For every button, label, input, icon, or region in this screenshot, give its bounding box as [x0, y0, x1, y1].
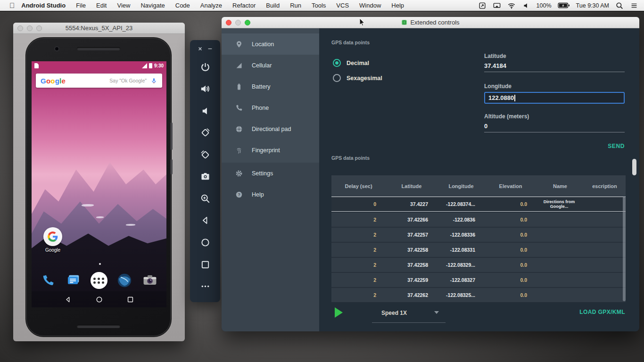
camera-app-icon[interactable]	[141, 272, 158, 289]
sync-icon[interactable]	[478, 1, 487, 10]
browser-icon[interactable]	[116, 272, 133, 289]
mic-icon[interactable]	[150, 77, 157, 84]
menu-bar-menus: FileEditViewNavigateCodeAnalyzeRefactorB…	[76, 2, 404, 9]
sidebar-item-directional-pad[interactable]: Directional pad	[222, 118, 319, 140]
extended-title-wrap: Extended controls	[222, 19, 639, 26]
radio-circle-on[interactable]	[333, 59, 341, 67]
screenshot-button[interactable]	[199, 171, 211, 182]
home-nav-icon[interactable]	[95, 296, 103, 304]
radio-circle-off[interactable]	[333, 74, 341, 82]
menu-window[interactable]: Window	[359, 2, 381, 9]
sidebar-item-label: Directional pad	[252, 126, 291, 132]
sidebar-item-location[interactable]: Location	[222, 33, 319, 55]
phone-front-camera	[55, 47, 58, 50]
sidebar-item-battery[interactable]: Battery	[222, 76, 319, 97]
search-icon[interactable]	[615, 1, 624, 10]
sidebar-item-phone[interactable]: Phone	[222, 97, 319, 118]
menu-tools[interactable]: Tools	[312, 2, 326, 9]
menu-run[interactable]: Run	[290, 2, 301, 9]
phone-earpiece	[77, 47, 120, 50]
phone-nav-bar	[32, 291, 166, 307]
phone-power-button	[171, 159, 173, 174]
back-button[interactable]	[199, 215, 211, 226]
gear-icon	[235, 170, 243, 177]
sidebar-item-settings[interactable]: Settings	[222, 163, 319, 184]
dot	[102, 281, 104, 284]
menu-vcs[interactable]: VCS	[336, 2, 349, 9]
rotate-right-button[interactable]	[199, 149, 211, 160]
volume-down-button[interactable]	[199, 105, 211, 116]
sidebar-item-help[interactable]: ?Help	[222, 184, 319, 205]
menu-build[interactable]: Build	[266, 2, 280, 9]
menu-app-name[interactable]: Android Studio	[21, 2, 66, 9]
field-label: Altitude (meters)	[484, 113, 625, 120]
wallpaper-snow	[81, 204, 94, 206]
google-search-bar[interactable]: Google Say "Ok Google"	[36, 74, 162, 88]
table-row[interactable]: 237.42262-122.08325...0.0	[331, 287, 626, 302]
sidebar-item-cellular[interactable]: Cellular	[222, 55, 319, 76]
power-button[interactable]	[199, 61, 211, 73]
display-icon[interactable]	[493, 1, 501, 10]
app-drawer-icon[interactable]	[91, 272, 107, 289]
notification-file-icon	[34, 63, 39, 68]
field-input[interactable]: 0	[484, 123, 625, 132]
window-scrollbar-thumb[interactable]	[632, 159, 636, 175]
toolbar-minimize-button[interactable]	[207, 45, 213, 51]
macos-menu-bar:  Android Studio FileEditViewNavigateCod…	[0, 0, 644, 11]
messenger-icon[interactable]	[65, 272, 82, 289]
table-row[interactable]: 237.42258-122.083310.0	[331, 242, 626, 257]
rotate-left-button[interactable]	[199, 127, 211, 139]
fingerprint-icon	[235, 147, 243, 154]
table-row[interactable]: 037.4227-122.08374...0.0Directions from …	[331, 197, 626, 212]
volume-up-button[interactable]	[199, 83, 211, 95]
load-gpx-kml-button[interactable]: LOAD GPX/KML	[579, 309, 625, 315]
radio-label: Decimal	[347, 60, 369, 66]
extended-titlebar[interactable]: Extended controls	[222, 17, 639, 28]
status-text-tue-9-30-am: Tue 9:30 AM	[576, 2, 609, 9]
page-indicator-dot	[99, 263, 101, 265]
send-button[interactable]: SEND	[608, 143, 625, 149]
radio-decimal[interactable]: Decimal	[333, 59, 369, 67]
mac-battery-icon[interactable]	[558, 2, 570, 9]
wifi-icon[interactable]	[507, 1, 516, 10]
table-row[interactable]: 237.42257-122.083360.0	[331, 227, 626, 242]
phone-app-icon[interactable]	[40, 272, 57, 289]
emulator-titlebar[interactable]: 5554:Nexus_5X_API_23	[13, 23, 185, 34]
apple-icon[interactable]: 	[9, 1, 15, 9]
home-button[interactable]	[199, 237, 211, 248]
dot	[93, 281, 96, 284]
menu-edit[interactable]: Edit	[96, 2, 107, 9]
google-logo: Google	[41, 77, 66, 85]
radio-sexagesimal[interactable]: Sexagesimal	[333, 74, 382, 82]
menu-code[interactable]: Code	[175, 2, 190, 9]
field-input-focused[interactable]: 122.0880	[484, 92, 625, 104]
menu-analyze[interactable]: Analyze	[200, 2, 222, 9]
toolbar-close-button[interactable]	[197, 45, 203, 51]
phone-screen: 9:30 Google Say "Ok Google" Google	[32, 61, 166, 307]
menu-view[interactable]: View	[117, 2, 130, 9]
menu-help[interactable]: Help	[391, 2, 404, 9]
table-scrollbar-thumb[interactable]	[623, 197, 626, 301]
list-icon[interactable]	[630, 1, 638, 10]
menu-file[interactable]: File	[76, 2, 86, 9]
column-header-latitude: Latitude	[386, 183, 438, 189]
table-cell: -122.08331	[438, 247, 485, 253]
table-row[interactable]: 237.42266-122.08360.0	[331, 212, 626, 227]
speed-dropdown[interactable]: Speed 1X	[372, 308, 446, 323]
table-cell: 0.0	[485, 277, 537, 283]
overview-nav-icon[interactable]	[126, 296, 134, 304]
table-row[interactable]: 237.42258-122.08329...0.0	[331, 257, 626, 272]
zoom-button[interactable]	[199, 193, 211, 204]
play-button[interactable]	[335, 307, 343, 318]
volume-menu-icon[interactable]	[522, 1, 530, 10]
field-input[interactable]: 37.4184	[484, 62, 625, 72]
menu-refactor[interactable]: Refactor	[232, 2, 256, 9]
table-row[interactable]: 237.42259-122.083270.0	[331, 272, 626, 287]
more-button[interactable]	[199, 281, 211, 292]
menu-navigate[interactable]: Navigate	[140, 2, 165, 9]
gps-table-section-label: GPS data points	[331, 155, 370, 161]
back-nav-icon[interactable]	[64, 296, 72, 304]
sidebar-item-fingerprint[interactable]: Fingerprint	[222, 140, 319, 161]
google-folder-shortcut[interactable]: Google	[42, 227, 64, 253]
overview-button[interactable]	[199, 259, 211, 270]
